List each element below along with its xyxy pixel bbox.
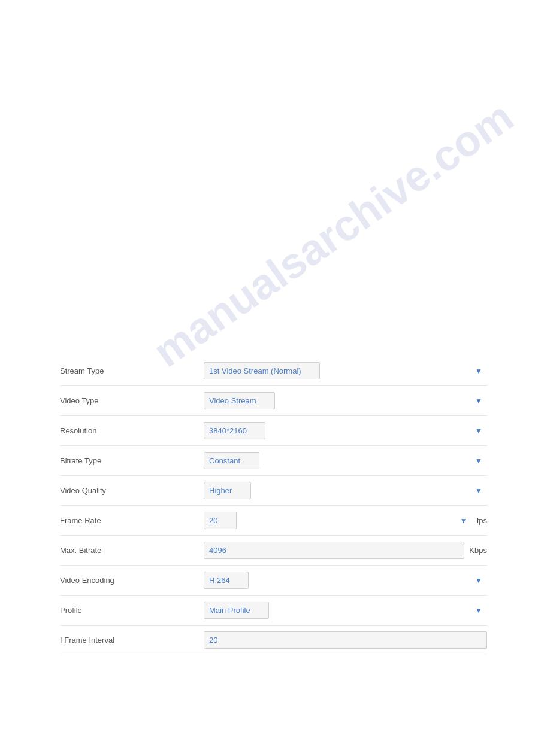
form-row-stream-type: Stream Type1st Video Stream (Normal)▼: [60, 356, 487, 386]
control-wrapper-video-quality: Higher▼: [204, 482, 487, 499]
label-bitrate-type: Bitrate Type: [60, 456, 204, 465]
unit-frame-rate: fps: [477, 516, 487, 525]
control-wrapper-i-frame-interval: [204, 631, 487, 649]
control-wrapper-stream-type: 1st Video Stream (Normal)▼: [204, 362, 487, 379]
label-video-type: Video Type: [60, 396, 204, 405]
control-wrapper-profile: Main Profile▼: [204, 602, 487, 619]
form-row-profile: ProfileMain Profile▼: [60, 596, 487, 626]
chevron-down-icon-stream-type: ▼: [475, 367, 482, 375]
form-row-video-encoding: Video EncodingH.264▼: [60, 566, 487, 596]
input-i-frame-interval[interactable]: [204, 631, 487, 649]
label-frame-rate: Frame Rate: [60, 516, 204, 525]
select-frame-rate[interactable]: 20: [204, 512, 237, 529]
select-wrapper-resolution: 3840*2160▼: [204, 422, 487, 439]
control-wrapper-frame-rate: 20▼fps: [204, 512, 487, 529]
chevron-down-icon-frame-rate: ▼: [460, 517, 467, 525]
select-video-encoding[interactable]: H.264: [204, 572, 249, 589]
control-wrapper-video-encoding: H.264▼: [204, 572, 487, 589]
label-max-bitrate: Max. Bitrate: [60, 546, 204, 555]
select-wrapper-video-type: Video Stream▼: [204, 392, 487, 409]
chevron-down-icon-video-type: ▼: [475, 397, 482, 405]
select-wrapper-stream-type: 1st Video Stream (Normal)▼: [204, 362, 487, 379]
label-resolution: Resolution: [60, 426, 204, 435]
form-row-resolution: Resolution3840*2160▼: [60, 416, 487, 446]
form-row-i-frame-interval: I Frame Interval: [60, 626, 487, 655]
select-bitrate-type[interactable]: Constant: [204, 452, 259, 469]
control-wrapper-max-bitrate: Kbps: [204, 542, 487, 559]
select-wrapper-bitrate-type: Constant▼: [204, 452, 487, 469]
chevron-down-icon-video-quality: ▼: [475, 487, 482, 495]
control-wrapper-video-type: Video Stream▼: [204, 392, 487, 409]
form-row-video-type: Video TypeVideo Stream▼: [60, 386, 487, 416]
label-stream-type: Stream Type: [60, 366, 204, 375]
control-wrapper-bitrate-type: Constant▼: [204, 452, 487, 469]
chevron-down-icon-video-encoding: ▼: [475, 576, 482, 585]
watermark: manualsarchive.com: [144, 92, 522, 377]
select-stream-type[interactable]: 1st Video Stream (Normal): [204, 362, 320, 379]
chevron-down-icon-profile: ▼: [475, 606, 482, 615]
chevron-down-icon-resolution: ▼: [475, 427, 482, 435]
select-wrapper-video-encoding: H.264▼: [204, 572, 487, 589]
form-row-video-quality: Video QualityHigher▼: [60, 476, 487, 506]
form-row-bitrate-type: Bitrate TypeConstant▼: [60, 446, 487, 476]
form-row-max-bitrate: Max. BitrateKbps: [60, 536, 487, 566]
select-wrapper-profile: Main Profile▼: [204, 602, 487, 619]
label-profile: Profile: [60, 606, 204, 615]
form-row-frame-rate: Frame Rate20▼fps: [60, 506, 487, 536]
select-resolution[interactable]: 3840*2160: [204, 422, 265, 439]
form-container: Stream Type1st Video Stream (Normal)▼Vid…: [60, 356, 487, 655]
input-max-bitrate[interactable]: [204, 542, 464, 559]
control-wrapper-resolution: 3840*2160▼: [204, 422, 487, 439]
select-profile[interactable]: Main Profile: [204, 602, 269, 619]
label-video-encoding: Video Encoding: [60, 576, 204, 585]
select-video-type[interactable]: Video Stream: [204, 392, 275, 409]
unit-max-bitrate: Kbps: [469, 546, 487, 555]
select-wrapper-frame-rate: 20▼: [204, 512, 472, 529]
label-video-quality: Video Quality: [60, 486, 204, 495]
chevron-down-icon-bitrate-type: ▼: [475, 457, 482, 465]
select-wrapper-video-quality: Higher▼: [204, 482, 487, 499]
select-video-quality[interactable]: Higher: [204, 482, 251, 499]
label-i-frame-interval: I Frame Interval: [60, 636, 204, 645]
